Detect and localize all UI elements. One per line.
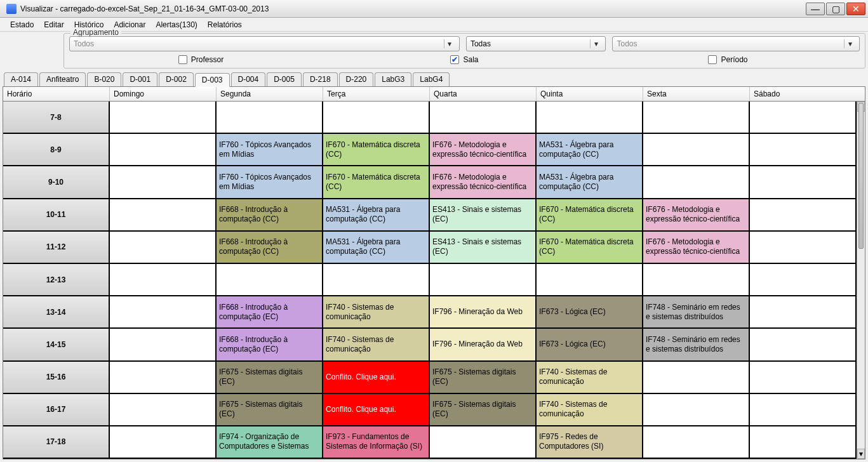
sala-dropdown-value: Todas [471, 39, 491, 48]
column-header[interactable]: Segunda [217, 87, 323, 101]
schedule-cell[interactable]: IF670 - Matemática discreta (CC) [537, 232, 643, 263]
schedule-cell[interactable]: ES413 - Sinais e sistemas (EC) [430, 232, 537, 263]
schedule-cell[interactable]: IF668 - Introdução à computação (CC) [217, 232, 323, 263]
vertical-scrollbar[interactable]: ▴ ▾ [857, 102, 865, 459]
close-button[interactable]: ✕ [846, 3, 865, 15]
schedule-cell[interactable]: IF975 - Redes de Computadores (SI) [537, 426, 643, 458]
schedule-cell[interactable]: IF670 - Matemática discreta (CC) [323, 166, 430, 197]
chevron-down-icon: ▾ [844, 39, 855, 48]
empty-cell [110, 394, 217, 425]
schedule-cell[interactable]: IF973 - Fundamentos de Sistemas de Infor… [323, 426, 430, 458]
tab-d-003[interactable]: D-003 [195, 73, 230, 87]
empty-cell [643, 426, 750, 458]
empty-cell [217, 102, 323, 133]
tab-d-220[interactable]: D-220 [339, 72, 374, 86]
schedule-cell[interactable]: IF796 - Mineração da Web [430, 329, 537, 360]
menu-alertas-130-[interactable]: Alertas(130) [152, 19, 201, 30]
schedule-cell[interactable]: IF760 - Tópicos Avançados em Mídias [217, 134, 323, 165]
time-cell: 8-9 [3, 134, 110, 165]
tab-d-004[interactable]: D-004 [231, 72, 266, 86]
tab-d-002[interactable]: D-002 [159, 72, 194, 86]
column-header[interactable]: Horário [3, 87, 110, 101]
schedule-cell[interactable]: IF676 - Metodologia e expressão técnico-… [430, 166, 537, 197]
schedule-cell[interactable]: IF670 - Matemática discreta (CC) [537, 199, 643, 230]
empty-cell [643, 264, 750, 295]
table-row: 16-17IF675 - Sistemas digitais (EC)Confl… [3, 394, 857, 426]
schedule-cell[interactable]: IF796 - Mineração da Web [430, 296, 537, 327]
schedule-cell[interactable]: IF675 - Sistemas digitais (EC) [217, 362, 323, 393]
schedule-cell[interactable]: IF748 - Seminário em redes e sistemas di… [643, 296, 750, 327]
column-header[interactable]: Sexta [643, 87, 750, 101]
schedule-cell[interactable]: IF670 - Matemática discreta (CC) [323, 134, 430, 165]
minimize-button[interactable]: — [806, 3, 825, 15]
schedule-cell[interactable]: IF668 - Introdução à computação (EC) [217, 296, 323, 327]
group-legend: Agrupamento [70, 28, 121, 37]
schedule-cell[interactable]: IF668 - Introdução à computação (CC) [217, 199, 323, 230]
menu-relat-rios[interactable]: Relatórios [204, 19, 246, 30]
menu-estado[interactable]: Estado [6, 19, 37, 30]
tab-labg4[interactable]: LabG4 [413, 72, 450, 86]
time-cell: 14-15 [3, 329, 110, 360]
tab-b-020[interactable]: B-020 [87, 72, 121, 86]
tab-d-005[interactable]: D-005 [267, 72, 302, 86]
schedule-cell[interactable]: IF676 - Metodologia e expressão técnico-… [430, 134, 537, 165]
empty-cell [110, 232, 217, 263]
schedule-cell[interactable]: IF740 - Sistemas de comunicação [323, 296, 430, 327]
empty-cell [110, 199, 217, 230]
schedule-cell[interactable]: MA531 - Álgebra para computação (CC) [323, 199, 430, 230]
column-header[interactable]: Domingo [110, 87, 217, 101]
schedule-cell[interactable]: Conflito. Clique aqui. [323, 362, 430, 393]
empty-cell [750, 362, 857, 393]
scroll-down-icon[interactable]: ▾ [857, 449, 865, 459]
tab-anfiteatro[interactable]: Anfiteatro [39, 72, 86, 86]
schedule-cell[interactable]: IF673 - Lógica (EC) [537, 296, 643, 327]
professor-checkbox[interactable]: Professor [69, 55, 333, 64]
column-header[interactable]: Quinta [537, 87, 643, 101]
periodo-dropdown[interactable]: Todos ▾ [612, 36, 860, 51]
empty-cell [750, 264, 857, 295]
tab-d-218[interactable]: D-218 [303, 72, 338, 86]
empty-cell [430, 264, 537, 295]
schedule-cell[interactable]: IF676 - Metodologia e expressão técnico-… [643, 199, 750, 230]
schedule-cell[interactable]: IF675 - Sistemas digitais (EC) [217, 394, 323, 425]
sala-checkbox[interactable]: ✔ Sala [333, 55, 596, 64]
column-header[interactable]: Quarta [430, 87, 537, 101]
empty-cell [750, 296, 857, 327]
sala-dropdown[interactable]: Todas ▾ [466, 36, 606, 51]
empty-cell [643, 362, 750, 393]
tab-labg3[interactable]: LabG3 [375, 72, 411, 86]
schedule-cell[interactable]: IF668 - Introdução à computação (EC) [217, 329, 323, 360]
schedule-cell[interactable]: IF673 - Lógica (EC) [537, 329, 643, 360]
schedule-cell[interactable]: IF740 - Sistemas de comunicação [537, 394, 643, 425]
schedule-cell[interactable]: IF748 - Seminário em redes e sistemas di… [643, 329, 750, 360]
schedule-cell[interactable]: Conflito. Clique aqui. [323, 394, 430, 425]
schedule-cell[interactable]: MA531 - Álgebra para computação (CC) [537, 134, 643, 165]
schedule-cell[interactable]: MA531 - Álgebra para computação (CC) [323, 232, 430, 263]
maximize-button[interactable]: ▢ [826, 3, 845, 15]
scrollbar-thumb[interactable] [858, 103, 864, 249]
schedule-cell[interactable]: IF740 - Sistemas de comunicação [537, 362, 643, 393]
schedule-cell[interactable]: MA531 - Álgebra para computação (CC) [537, 166, 643, 197]
table-row: 11-12IF668 - Introdução à computação (CC… [3, 232, 857, 264]
column-header[interactable]: Sábado [750, 87, 857, 101]
schedule-cell[interactable]: IF675 - Sistemas digitais (EC) [430, 362, 537, 393]
table-row: 17-18IF974 - Organização de Computadores… [3, 426, 857, 459]
tab-a-014[interactable]: A-014 [4, 72, 38, 86]
table-row: 13-14IF668 - Introdução à computação (EC… [3, 296, 857, 329]
empty-cell [110, 166, 217, 197]
schedule-cell[interactable]: IF760 - Tópicos Avançados em Mídias [217, 166, 323, 197]
empty-cell [750, 426, 857, 458]
menu-editar[interactable]: Editar [40, 19, 67, 30]
schedule-cell[interactable]: IF676 - Metodologia e expressão técnico-… [643, 232, 750, 263]
schedule-cell[interactable]: IF675 - Sistemas digitais (EC) [430, 394, 537, 425]
periodo-checkbox[interactable]: Período [596, 55, 860, 64]
schedule-cell[interactable]: IF974 - Organização de Computadores e Si… [217, 426, 323, 458]
column-header[interactable]: Terça [323, 87, 430, 101]
time-cell: 11-12 [3, 232, 110, 263]
empty-cell [323, 264, 430, 295]
schedule-cell[interactable]: ES413 - Sinais e sistemas (EC) [430, 199, 537, 230]
tab-d-001[interactable]: D-001 [123, 72, 157, 86]
schedule-cell[interactable]: IF740 - Sistemas de comunicação [323, 329, 430, 360]
professor-dropdown[interactable]: Todos ▾ [69, 36, 460, 51]
empty-cell [750, 134, 857, 165]
